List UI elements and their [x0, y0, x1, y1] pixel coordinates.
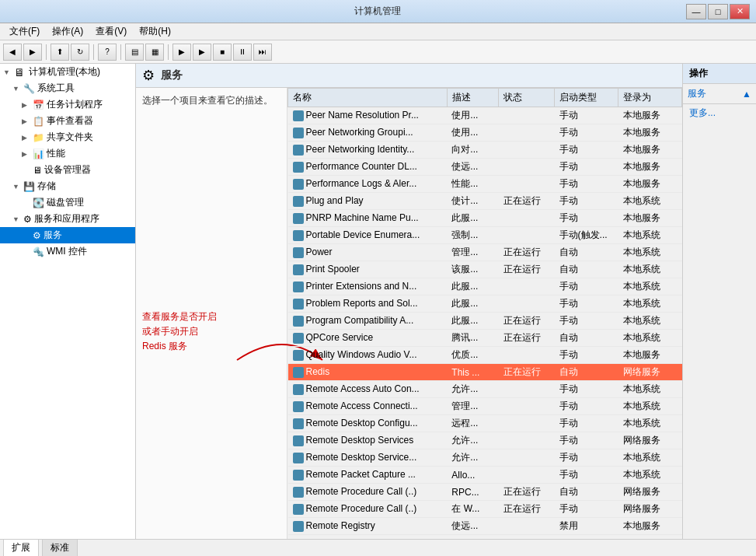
service-icon — [293, 145, 304, 156]
up-button[interactable]: ⬆ — [51, 44, 69, 61]
service-logon-cell: 本地服务 — [618, 176, 682, 193]
sidebar-item-services-apps[interactable]: ▼ ⚙ 服务和应用程序 — [0, 211, 135, 227]
sidebar-item-system-tools[interactable]: ▼ 🔧 系统工具 — [0, 80, 135, 96]
maximize-button[interactable]: □ — [708, 4, 728, 19]
table-row[interactable]: Power管理...正在运行自动本地系统 — [288, 244, 682, 261]
col-startup[interactable]: 启动类型 — [555, 89, 618, 107]
tab-standard[interactable]: 标准 — [42, 539, 78, 556]
service-name-cell: Print Spooler — [288, 261, 448, 278]
sidebar-item-storage[interactable]: ▼ 💾 存储 — [0, 178, 135, 194]
table-row[interactable]: Remote Procedure Call (..)在 W...正在运行手动网络… — [288, 501, 682, 518]
service-icon — [293, 128, 304, 138]
wmi-icon: 🔩 — [33, 247, 44, 257]
sidebar-item-task-scheduler[interactable]: ▶ 📅 任务计划程序 — [0, 96, 135, 113]
device-manager-icon: 🖥 — [33, 165, 42, 176]
service-status-cell: 正在运行 — [499, 261, 555, 278]
task-scheduler-icon: 📅 — [33, 100, 44, 110]
service-startup-cell: 手动 — [555, 432, 618, 449]
service-status-cell — [499, 432, 555, 449]
service-logon-cell: 本地服务 — [618, 347, 682, 364]
right-panel-section-services[interactable]: 服务 ▲ — [683, 84, 756, 104]
close-button[interactable]: ✕ — [730, 4, 750, 19]
sidebar-item-device-manager[interactable]: 🖥 设备管理器 — [0, 162, 135, 178]
sidebar-item-disk-management[interactable]: 💽 磁盘管理 — [0, 194, 135, 211]
service-startup-cell: 自动 — [555, 261, 618, 278]
expand-root-icon: ▼ — [3, 68, 12, 76]
table-row[interactable]: Peer Networking Groupi...使用...手动本地服务 — [288, 124, 682, 142]
menu-help[interactable]: 帮助(H) — [133, 23, 177, 40]
service-icon — [293, 384, 304, 395]
forward-button[interactable]: ▶ — [23, 44, 42, 61]
pause-button[interactable]: ⏸ — [233, 44, 252, 61]
col-desc[interactable]: 描述 — [447, 89, 499, 107]
table-row[interactable]: Plug and Play使计...正在运行手动本地系统 — [288, 193, 682, 210]
service-name-cell: Peer Networking Identity... — [288, 142, 448, 159]
table-row[interactable]: Peer Name Resolution Pr...使用...手动本地服务 — [288, 107, 682, 124]
back-button[interactable]: ◀ — [3, 44, 22, 61]
col-logon[interactable]: 登录为 — [618, 89, 682, 107]
table-row[interactable]: Print Spooler该服...正在运行自动本地系统 — [288, 261, 682, 278]
table-row[interactable]: Quality Windows Audio V...优质...手动本地服务 — [288, 347, 682, 364]
service-status-cell — [499, 210, 555, 227]
service-logon-cell: 本地系统 — [618, 398, 682, 415]
col-status[interactable]: 状态 — [499, 89, 555, 107]
table-row[interactable]: Printer Extensions and N...此服...手动本地系统 — [288, 278, 682, 295]
table-row[interactable]: Portable Device Enumera...强制...手动(触发...本… — [288, 227, 682, 244]
table-row[interactable]: QPCore Service腾讯...正在运行自动本地系统 — [288, 330, 682, 347]
table-row[interactable]: Remote Access Connecti...管理...手动本地系统 — [288, 398, 682, 415]
refresh-button[interactable]: ↻ — [71, 44, 89, 61]
service-logon-cell: 本地服务 — [618, 210, 682, 227]
table-row[interactable]: Remote Packet Capture ...Allo...手动本地系统 — [288, 467, 682, 484]
sidebar-wmi-label: WMI 控件 — [47, 245, 87, 258]
view1-button[interactable]: ▦ — [145, 44, 164, 61]
table-row[interactable]: Remote Desktop Services允许...手动网络服务 — [288, 432, 682, 449]
service-startup-cell: 自动 — [555, 244, 618, 261]
title-bar: 计算机管理 — □ ✕ — [0, 0, 756, 23]
sidebar-item-performance[interactable]: ▶ 📊 性能 — [0, 145, 135, 162]
service-icon — [293, 316, 304, 327]
tab-expand[interactable]: 扩展 — [3, 539, 39, 556]
annotation-line3: Redis 服务 — [142, 339, 280, 354]
show-tree-button[interactable]: ▤ — [125, 44, 144, 61]
table-row[interactable]: Remote Access Auto Con...允许...手动本地系统 — [288, 381, 682, 398]
service-logon-cell: 本地服务 — [618, 107, 682, 124]
table-row[interactable]: Remote Registry使远...禁用本地服务 — [288, 518, 682, 535]
table-row[interactable]: Peer Networking Identity...向对...手动本地服务 — [288, 142, 682, 159]
table-row[interactable]: Remote Procedure Call (..)RPC...正在运行自动网络… — [288, 484, 682, 501]
sidebar-item-wmi[interactable]: 🔩 WMI 控件 — [0, 243, 135, 260]
expand-device-icon — [22, 166, 31, 174]
restart-button[interactable]: ⏭ — [253, 44, 272, 61]
menu-view[interactable]: 查看(V) — [89, 23, 133, 40]
stop-button[interactable]: ■ — [213, 44, 232, 61]
table-row[interactable]: RedisThis ...正在运行自动网络服务 — [288, 364, 682, 381]
service-desc-cell: 使用... — [447, 124, 499, 142]
service-logon-cell: 本地服务 — [618, 142, 682, 159]
service-status-cell: 正在运行 — [499, 313, 555, 330]
minimize-button[interactable]: — — [686, 4, 706, 19]
help-button[interactable]: ? — [98, 44, 117, 61]
play2-button[interactable]: ▶ — [193, 44, 211, 61]
table-row[interactable]: Remote Desktop Configu...远程...手动本地系统 — [288, 415, 682, 432]
window-title: 计算机管理 — [68, 5, 686, 18]
sidebar-root[interactable]: ▼ 🖥 计算机管理(本地) — [0, 64, 135, 80]
service-logon-cell: 本地系统 — [618, 467, 682, 484]
table-row[interactable]: Performance Logs & Aler...性能...手动本地服务 — [288, 176, 682, 193]
service-name-cell: Remote Procedure Call (..) — [288, 484, 448, 501]
table-row[interactable]: Performance Counter DL...使远...手动本地服务 — [288, 159, 682, 176]
sidebar-item-event-viewer[interactable]: ▶ 📋 事件查看器 — [0, 113, 135, 129]
play-button[interactable]: ▶ — [172, 44, 191, 61]
right-panel: 操作 服务 ▲ 更多... — [682, 64, 756, 539]
menu-action[interactable]: 操作(A) — [46, 23, 89, 40]
menu-file[interactable]: 文件(F) — [3, 23, 46, 40]
event-viewer-icon: 📋 — [33, 116, 44, 127]
sidebar-item-services[interactable]: ⚙ 服务 — [0, 227, 135, 243]
table-row[interactable]: Problem Reports and Sol...此服...手动本地系统 — [288, 295, 682, 313]
service-name-cell: Quality Windows Audio V... — [288, 347, 448, 364]
sidebar-item-shared-folders[interactable]: ▶ 📁 共享文件夹 — [0, 129, 135, 145]
description-panel: 选择一个项目来查看它的描述。 查看服务是否开启 或者手动开启 Redis 服务 — [136, 88, 287, 539]
table-row[interactable]: Remote Desktop Service...允许...手动本地系统 — [288, 449, 682, 467]
right-panel-more[interactable]: 更多... — [683, 104, 756, 122]
table-row[interactable]: Program Compatibility A...此服...正在运行手动本地系… — [288, 313, 682, 330]
col-name[interactable]: 名称 — [288, 89, 448, 107]
table-row[interactable]: PNRP Machine Name Pu...此服...手动本地服务 — [288, 210, 682, 227]
